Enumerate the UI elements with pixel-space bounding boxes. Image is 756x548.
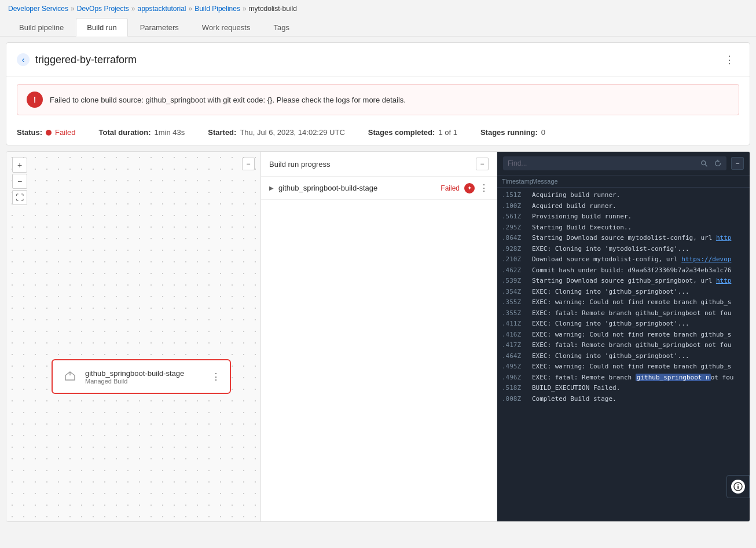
log-line: .496ZEXEC: fatal: Remote branch github_s… (497, 372, 750, 383)
breadcrumb-devops-projects[interactable]: DevOps Projects (77, 5, 129, 13)
log-message: EXEC: warning: Could not find remote bra… (532, 330, 745, 340)
log-timestamp: .864Z (502, 233, 532, 243)
progress-panel-minimize[interactable]: − (476, 158, 489, 170)
tabs-bar: Build pipeline Build run Parameters Work… (0, 17, 756, 36)
svg-point-5 (737, 484, 739, 485)
breadcrumb-sep-3: » (189, 5, 193, 13)
zoom-out-button[interactable]: − (12, 174, 27, 189)
fullscreen-button[interactable]: ⛶ (12, 190, 27, 205)
log-message: EXEC: warning: Could not find remote bra… (532, 362, 745, 372)
log-timestamp: .100Z (502, 202, 532, 211)
more-menu-button[interactable]: ⋮ (720, 51, 739, 68)
breadcrumb-appstack[interactable]: appstacktutorial (137, 5, 186, 13)
svg-rect-6 (737, 486, 739, 489)
log-search-box[interactable] (503, 156, 726, 170)
log-message: EXEC: fatal: Remote branch github_spring… (532, 373, 745, 383)
panels-container: + − ⛶ − github_springboot-build-stage Ma… (6, 151, 750, 522)
status-value: Failed (55, 128, 75, 137)
help-icon-inner (731, 480, 745, 494)
tab-build-run[interactable]: Build run (76, 18, 127, 36)
log-timestamp: .008Z (502, 394, 532, 404)
tab-tags[interactable]: Tags (262, 18, 300, 36)
log-timestamp: .354Z (502, 287, 532, 297)
log-timestamp: .561Z (502, 212, 532, 222)
log-line: .008ZCompleted Build stage. (497, 394, 750, 405)
breadcrumb-sep-1: » (71, 5, 75, 13)
log-line: .462ZCommit hash under build: d9aa63f233… (497, 265, 750, 276)
breadcrumb-build-pipelines[interactable]: Build Pipelines (194, 5, 240, 13)
back-button[interactable]: ‹ (17, 53, 30, 66)
log-line: .464ZEXEC: Cloning into 'github_springbo… (497, 351, 750, 362)
log-line: .411ZEXEC: Cloning into 'github_springbo… (497, 319, 750, 330)
log-timestamp: .928Z (502, 244, 532, 254)
duration-value: 1min 43s (155, 128, 185, 137)
log-timestamp: .539Z (502, 276, 532, 286)
log-lines: .151ZAcquiring build runner..100ZAcquire… (497, 188, 750, 521)
log-column-headers: Timestamp Message (497, 176, 750, 188)
log-message: EXEC: warning: Could not find remote bra… (532, 298, 745, 308)
log-message: Download source mytodolist-config, url h… (532, 255, 745, 265)
log-line: .151ZAcquiring build runner. (497, 190, 750, 201)
page-header: ‹ triggered-by-terraform ⋮ (6, 43, 750, 77)
stage-failed-label: Failed (441, 184, 460, 192)
refresh-icon (714, 159, 722, 168)
log-line: .864ZStarting Download source mytodolist… (497, 233, 750, 244)
log-message: Starting Build Execution.. (532, 223, 745, 233)
log-search-input[interactable] (508, 159, 697, 167)
canvas-controls: + − ⛶ (12, 158, 27, 205)
help-icon-button[interactable] (726, 475, 750, 498)
status-bar: Status: Failed Total duration: 1min 43s … (6, 122, 750, 145)
log-timestamp: .495Z (502, 362, 532, 372)
page-title: triggered-by-terraform (35, 54, 137, 66)
log-timestamp: .355Z (502, 298, 532, 308)
stage-more-button[interactable]: ⋮ (479, 182, 489, 193)
log-line: .561ZProvisioning build runner. (497, 211, 750, 222)
log-message: EXEC: Cloning into 'github_springboot'..… (532, 287, 745, 297)
stage-row[interactable]: ▶ github_springboot-build-stage Failed ✦… (261, 177, 497, 200)
log-message: Starting Download source github_springbo… (532, 276, 745, 286)
pipeline-canvas: + − ⛶ − github_springboot-build-stage Ma… (6, 152, 261, 521)
stages-completed-label: Stages completed: (368, 128, 435, 137)
log-message: EXEC: Cloning into 'github_springboot'..… (532, 319, 745, 329)
error-message: Failed to clone build source: github_spr… (50, 96, 406, 104)
chevron-right-icon: ▶ (269, 185, 274, 191)
log-line: .518ZBUILD_EXECUTION Failed. (497, 383, 750, 394)
stage-node[interactable]: github_springboot-build-stage Managed Bu… (52, 359, 231, 394)
stage-node-name: github_springboot-build-stage (85, 369, 204, 378)
zoom-in-button[interactable]: + (12, 158, 27, 173)
stage-node-icon (62, 368, 78, 385)
stage-node-more-button[interactable]: ⋮ (211, 371, 221, 382)
started-value: Thu, Jul 6, 2023, 14:02:29 UTC (240, 128, 344, 137)
tab-work-requests[interactable]: Work requests (191, 18, 262, 36)
log-message: Acquired build runner. (532, 202, 745, 211)
svg-point-2 (702, 161, 706, 165)
log-message: Provisioning build runner. (532, 212, 745, 222)
log-message: EXEC: fatal: Remote branch github_spring… (532, 309, 745, 319)
log-timestamp: .295Z (502, 223, 532, 233)
canvas-minimize-button[interactable]: − (242, 158, 255, 170)
log-minimize-button[interactable]: − (731, 157, 744, 170)
log-message: EXEC: fatal: Remote branch github_spring… (532, 341, 745, 350)
tab-parameters[interactable]: Parameters (129, 18, 190, 36)
log-line: .355ZEXEC: fatal: Remote branch github_s… (497, 308, 750, 319)
log-link[interactable]: https://devop (681, 255, 731, 263)
progress-panel: Build run progress − ▶ github_springboot… (261, 152, 497, 521)
log-link[interactable]: http (716, 234, 732, 242)
log-link[interactable]: http (716, 277, 732, 284)
status-label: Status: (17, 128, 42, 137)
tab-build-pipeline[interactable]: Build pipeline (8, 18, 75, 36)
breadcrumb-developer-services[interactable]: Developer Services (8, 5, 68, 13)
log-line: .417ZEXEC: fatal: Remote branch github_s… (497, 340, 750, 351)
stage-name: github_springboot-build-stage (278, 184, 377, 192)
log-line: .210ZDownload source mytodolist-config, … (497, 254, 750, 265)
svg-line-3 (705, 165, 707, 167)
log-panel: − Timestamp Message .151ZAcquiring build… (497, 152, 750, 521)
duration-label: Total duration: (98, 128, 151, 137)
log-timestamp: .411Z (502, 319, 532, 329)
log-line: .928ZEXEC: Cloning into 'mytodolist-conf… (497, 244, 750, 255)
stage-failed-icon: ✦ (464, 183, 475, 193)
log-highlight: github_springboot n (636, 374, 711, 381)
stages-running-value: 0 (541, 128, 545, 137)
breadcrumb: Developer Services » DevOps Projects » a… (0, 0, 756, 17)
log-timestamp: .355Z (502, 309, 532, 319)
